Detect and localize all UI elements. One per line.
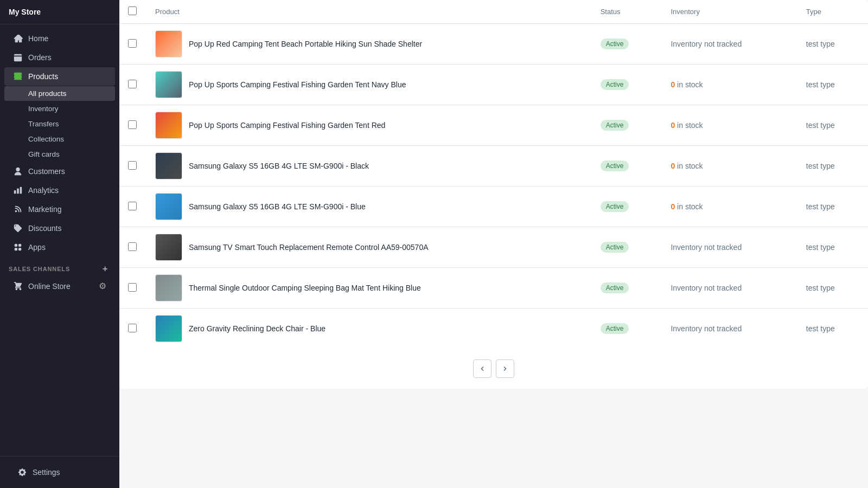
sidebar-sub-item-collections-label: Collections	[28, 135, 64, 143]
type-cell: test type	[797, 105, 868, 146]
analytics-icon	[13, 185, 23, 195]
main-content: Product Status Inventory Type Pop Up Red…	[119, 0, 868, 488]
product-name[interactable]: Samsung Galaxy S5 16GB 4G LTE SM-G900i -…	[189, 202, 366, 211]
sidebar-item-home-label: Home	[28, 34, 48, 43]
table-row: Pop Up Sports Camping Festival Fishing G…	[119, 65, 868, 105]
marketing-icon	[13, 204, 23, 214]
add-sales-channel-button[interactable]: +	[100, 264, 111, 274]
sidebar-item-discounts-label: Discounts	[28, 224, 61, 233]
status-cell: Active	[592, 187, 662, 227]
inventory-cell: Inventory not tracked	[662, 227, 797, 268]
in-stock-label: in stock	[675, 202, 703, 211]
sidebar-item-discounts[interactable]: Discounts	[4, 219, 115, 237]
table-row: Samsung TV Smart Touch Replacement Remot…	[119, 227, 868, 268]
row-checkbox[interactable]	[128, 80, 137, 88]
status-cell: Active	[592, 24, 662, 65]
product-thumbnail	[155, 71, 182, 98]
status-badge: Active	[601, 160, 629, 171]
product-cell: Thermal Single Outdoor Camping Sleeping …	[146, 268, 592, 309]
select-all-checkbox[interactable]	[128, 7, 137, 15]
sidebar-sub-item-inventory-label: Inventory	[28, 105, 59, 113]
row-checkbox-cell	[119, 65, 146, 105]
row-checkbox[interactable]	[128, 39, 137, 48]
sidebar-sub-item-gift-cards[interactable]: Gift cards	[4, 147, 115, 162]
products-table-container: Product Status Inventory Type Pop Up Red…	[119, 0, 868, 389]
header-status: Status	[592, 0, 662, 24]
sidebar-item-analytics-label: Analytics	[28, 186, 59, 195]
product-name[interactable]: Samsung TV Smart Touch Replacement Remot…	[189, 243, 429, 252]
sidebar-item-customers[interactable]: Customers	[4, 162, 115, 181]
online-store-label: Online Store	[28, 282, 71, 291]
product-name[interactable]: Zero Gravity Reclining Deck Chair - Blue	[189, 324, 326, 333]
status-cell: Active	[592, 309, 662, 349]
sidebar-item-orders[interactable]: Orders	[4, 48, 115, 67]
pagination	[119, 349, 868, 389]
header-product: Product	[146, 0, 592, 24]
sidebar-sub-item-transfers[interactable]: Transfers	[4, 117, 115, 131]
in-stock-label: in stock	[675, 80, 703, 89]
status-badge: Active	[601, 323, 629, 334]
product-name[interactable]: Pop Up Sports Camping Festival Fishing G…	[189, 121, 385, 130]
type-cell: test type	[797, 227, 868, 268]
online-store-left: Online Store	[13, 281, 71, 291]
sidebar-item-marketing[interactable]: Marketing	[4, 200, 115, 219]
status-badge: Active	[601, 120, 629, 131]
row-checkbox-cell	[119, 105, 146, 146]
header-checkbox-cell	[119, 0, 146, 24]
product-cell: Pop Up Sports Camping Festival Fishing G…	[146, 105, 592, 146]
store-name: My Store	[0, 0, 119, 24]
inventory-cell: 0 in stock	[662, 105, 797, 146]
row-checkbox[interactable]	[128, 161, 137, 170]
table-row: Pop Up Red Camping Tent Beach Portable H…	[119, 24, 868, 65]
next-page-button[interactable]	[496, 359, 514, 378]
product-name[interactable]: Thermal Single Outdoor Camping Sleeping …	[189, 284, 421, 292]
sidebar-item-marketing-label: Marketing	[28, 205, 61, 214]
row-checkbox[interactable]	[128, 324, 137, 332]
status-cell: Active	[592, 146, 662, 187]
in-stock-label: in stock	[675, 162, 703, 170]
sidebar-settings: Settings	[0, 456, 119, 488]
sidebar-item-home[interactable]: Home	[4, 29, 115, 48]
row-checkbox[interactable]	[128, 283, 137, 292]
product-thumbnail	[155, 152, 182, 179]
prev-page-button[interactable]	[473, 359, 492, 378]
home-icon	[13, 34, 23, 43]
sidebar-sub-item-all-products[interactable]: All products	[4, 86, 115, 101]
row-checkbox-cell	[119, 146, 146, 187]
row-checkbox[interactable]	[128, 202, 137, 210]
inventory-cell: 0 in stock	[662, 65, 797, 105]
inventory-cell: Inventory not tracked	[662, 24, 797, 65]
product-name[interactable]: Pop Up Sports Camping Festival Fishing G…	[189, 80, 406, 89]
product-cell: Samsung TV Smart Touch Replacement Remot…	[146, 227, 592, 268]
row-checkbox[interactable]	[128, 120, 137, 129]
product-thumbnail	[155, 274, 182, 301]
sidebar-item-settings-label: Settings	[33, 468, 60, 477]
product-cell: Pop Up Sports Camping Festival Fishing G…	[146, 65, 592, 105]
row-checkbox-cell	[119, 227, 146, 268]
discounts-icon	[13, 223, 23, 233]
sidebar-sub-item-inventory[interactable]: Inventory	[4, 101, 115, 116]
table-row: Thermal Single Outdoor Camping Sleeping …	[119, 268, 868, 309]
type-cell: test type	[797, 187, 868, 227]
sidebar-item-products[interactable]: Products	[4, 67, 115, 86]
sidebar-item-apps-label: Apps	[28, 243, 46, 252]
sidebar-item-analytics[interactable]: Analytics	[4, 181, 115, 200]
sales-channels-section: SALES CHANNELS +	[0, 257, 119, 277]
sidebar-item-online-store[interactable]: Online Store ⚙	[4, 277, 115, 295]
type-cell: test type	[797, 309, 868, 349]
sidebar-item-customers-label: Customers	[28, 167, 65, 176]
sidebar-item-apps[interactable]: Apps	[4, 238, 115, 256]
sidebar-sub-item-collections[interactable]: Collections	[4, 132, 115, 146]
product-name[interactable]: Samsung Galaxy S5 16GB 4G LTE SM-G900i -…	[189, 162, 369, 170]
product-name[interactable]: Pop Up Red Camping Tent Beach Portable H…	[189, 40, 422, 48]
row-checkbox-cell	[119, 187, 146, 227]
inventory-cell: 0 in stock	[662, 187, 797, 227]
type-cell: test type	[797, 24, 868, 65]
header-type: Type	[797, 0, 868, 24]
row-checkbox-cell	[119, 24, 146, 65]
online-store-settings-icon[interactable]: ⚙	[99, 281, 106, 291]
table-row: Pop Up Sports Camping Festival Fishing G…	[119, 105, 868, 146]
row-checkbox[interactable]	[128, 242, 137, 251]
sidebar-item-settings[interactable]: Settings	[9, 463, 111, 481]
status-cell: Active	[592, 227, 662, 268]
